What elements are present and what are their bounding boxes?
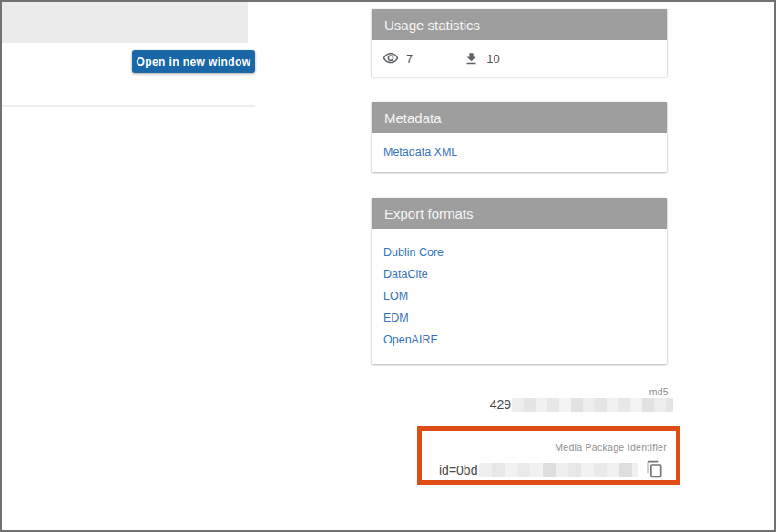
identifier-value-prefix: id=0bd bbox=[439, 463, 477, 477]
details-column: Usage statistics 7 10 Metadata Metadata … bbox=[372, 9, 667, 390]
media-package-identifier-label: Media Package Identifier bbox=[555, 442, 667, 453]
usage-statistics-card: Usage statistics 7 10 bbox=[372, 9, 667, 77]
preview-placeholder-block bbox=[2, 2, 248, 43]
export-link-dublin-core[interactable]: Dublin Core bbox=[383, 247, 655, 259]
identifier-redacted-value bbox=[479, 463, 638, 477]
export-formats-title: Export formats bbox=[384, 206, 474, 221]
export-link-openaire[interactable]: OpenAIRE bbox=[383, 334, 655, 346]
metadata-xml-link[interactable]: Metadata XML bbox=[383, 147, 457, 159]
usage-statistics-title: Usage statistics bbox=[384, 17, 480, 33]
media-package-identifier-value-row: id=0bd bbox=[422, 455, 676, 480]
views-stat: 7 bbox=[383, 50, 413, 66]
export-link-edm[interactable]: EDM bbox=[383, 312, 655, 324]
media-details-page: { "left_panel": { "open_in_new_window_bu… bbox=[0, 0, 776, 532]
open-in-new-window-button[interactable]: Open in new window bbox=[132, 50, 255, 73]
download-icon bbox=[464, 51, 479, 66]
metadata-title: Metadata bbox=[384, 110, 442, 126]
copy-icon bbox=[646, 460, 664, 481]
downloads-count: 10 bbox=[486, 52, 499, 66]
eye-icon bbox=[383, 50, 399, 66]
md5-redacted-value bbox=[512, 398, 673, 412]
usage-statistics-header: Usage statistics bbox=[372, 9, 667, 40]
export-formats-body: Dublin Core DataCite LOM EDM OpenAIRE bbox=[372, 229, 667, 364]
md5-label: md5 bbox=[649, 386, 669, 397]
export-link-datacite[interactable]: DataCite bbox=[383, 269, 655, 281]
export-formats-header: Export formats bbox=[372, 198, 667, 229]
left-panel-divider bbox=[2, 105, 255, 107]
media-package-identifier-highlight: Media Package Identifier id=0bd bbox=[417, 426, 680, 485]
usage-statistics-body: 7 10 bbox=[372, 40, 667, 77]
md5-value-row: 429 bbox=[490, 397, 673, 412]
metadata-body: Metadata XML bbox=[372, 133, 667, 172]
export-formats-card: Export formats Dublin Core DataCite LOM … bbox=[372, 198, 667, 364]
md5-value-prefix: 429 bbox=[490, 397, 511, 412]
copy-identifier-button[interactable] bbox=[645, 460, 665, 480]
metadata-header: Metadata bbox=[372, 102, 667, 133]
export-link-lom[interactable]: LOM bbox=[383, 291, 655, 302]
metadata-card: Metadata Metadata XML bbox=[372, 102, 667, 172]
views-count: 7 bbox=[406, 52, 413, 66]
downloads-stat: 10 bbox=[464, 51, 499, 66]
